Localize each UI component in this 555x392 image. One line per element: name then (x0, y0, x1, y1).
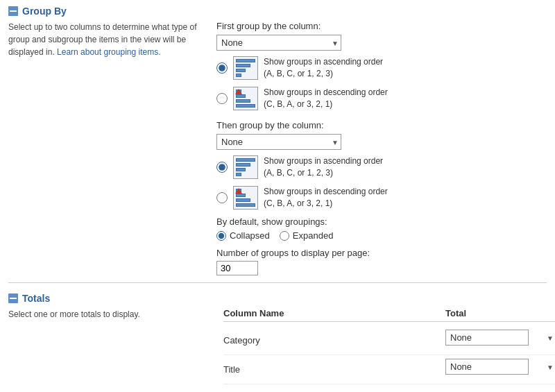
first-asc-radio[interactable] (216, 62, 228, 74)
totals-section: Totals Select one or more totals to disp… (8, 293, 547, 384)
totals-title-dropdown-wrapper: None ▼ (445, 359, 555, 375)
then-group-dropdown[interactable]: None (216, 134, 341, 150)
totals-collapse-icon[interactable] (8, 293, 18, 303)
num-groups-input[interactable] (216, 261, 258, 275)
then-desc-option: Show groups in descending order (C, B, A… (216, 186, 547, 210)
then-asc-label: Show groups in ascending order (A, B, C,… (264, 155, 383, 179)
collapsed-radio[interactable] (216, 231, 226, 241)
collapsed-label: Collapsed (230, 230, 270, 241)
expanded-radio[interactable] (280, 231, 289, 241)
then-asc-icon (233, 155, 258, 179)
groupings-radio-group: Collapsed Expanded (216, 230, 547, 241)
then-group-dropdown-wrapper: None ▼ (216, 134, 341, 150)
then-desc-icon (233, 186, 258, 210)
totals-table-header: Column Name Total (223, 308, 555, 322)
section-divider (8, 282, 547, 283)
col-total-header: Total (445, 308, 555, 318)
first-desc-icon (233, 87, 258, 110)
totals-title-dropdown-arrow: ▼ (547, 363, 554, 370)
num-groups-label: Number of groups to display per page: (216, 248, 547, 258)
groupby-collapse-icon[interactable] (8, 6, 18, 16)
first-asc-option: Show groups in ascending order (A, B, C,… (216, 56, 547, 80)
page-container: Group By Select up to two columns to det… (0, 0, 555, 390)
totals-right-col: Column Name Total Category None ▼ (210, 308, 555, 384)
groupby-right-col: First group by the column: None ▼ (210, 21, 547, 275)
first-desc-radio[interactable] (216, 93, 228, 104)
totals-title-dropdown[interactable]: None (445, 359, 529, 375)
default-groupings-label: By default, show groupings: (216, 216, 547, 227)
totals-row-name-category: Category (223, 335, 445, 346)
totals-category-dropdown-wrapper: None ▼ (445, 330, 555, 346)
default-groupings: By default, show groupings: Collapsed Ex… (216, 216, 547, 241)
totals-category-dropdown-arrow: ▼ (547, 334, 554, 341)
totals-row-title: Title None ▼ (223, 355, 555, 384)
totals-row-category: Category None ▼ (223, 326, 555, 355)
groupby-description: Select up to two columns to determine wh… (8, 21, 203, 58)
then-desc-label: Show groups in descending order (C, B, A… (264, 186, 388, 210)
expanded-option: Expanded (280, 230, 334, 241)
then-desc-radio[interactable] (216, 192, 228, 203)
first-group-dropdown[interactable]: None (216, 35, 341, 51)
svg-rect-1 (10, 10, 17, 12)
then-group-label: Then group by the column: (216, 120, 547, 130)
col-name-header: Column Name (223, 308, 445, 318)
groupby-body: Select up to two columns to determine wh… (8, 21, 547, 275)
expanded-label: Expanded (293, 230, 334, 241)
totals-row-name-title: Title (223, 364, 445, 375)
collapsed-option: Collapsed (216, 230, 270, 241)
totals-left-col: Select one or more totals to display. (8, 308, 210, 384)
then-asc-radio[interactable] (216, 162, 228, 173)
totals-title: Totals (22, 293, 50, 304)
totals-table: Column Name Total Category None ▼ (223, 308, 555, 384)
then-asc-option: Show groups in ascending order (A, B, C,… (216, 155, 547, 179)
first-asc-label: Show groups in ascending order (A, B, C,… (264, 56, 383, 80)
learn-link[interactable]: Learn about grouping items. (57, 47, 160, 57)
totals-header: Totals (8, 293, 547, 304)
svg-rect-3 (10, 298, 17, 299)
groupby-title: Group By (22, 6, 67, 17)
first-group-dropdown-wrapper: None ▼ (216, 35, 341, 51)
totals-body: Select one or more totals to display. Co… (8, 308, 547, 384)
totals-category-dropdown[interactable]: None (445, 330, 529, 346)
first-desc-label: Show groups in descending order (C, B, A… (264, 87, 388, 110)
totals-description: Select one or more totals to display. (8, 308, 203, 321)
groupby-left-col: Select up to two columns to determine wh… (8, 21, 210, 275)
groupby-header: Group By (8, 6, 547, 17)
first-asc-icon (233, 56, 258, 80)
first-desc-option: Show groups in descending order (C, B, A… (216, 87, 547, 110)
num-groups-row: Number of groups to display per page: (216, 248, 547, 275)
first-group-label: First group by the column: (216, 21, 547, 31)
